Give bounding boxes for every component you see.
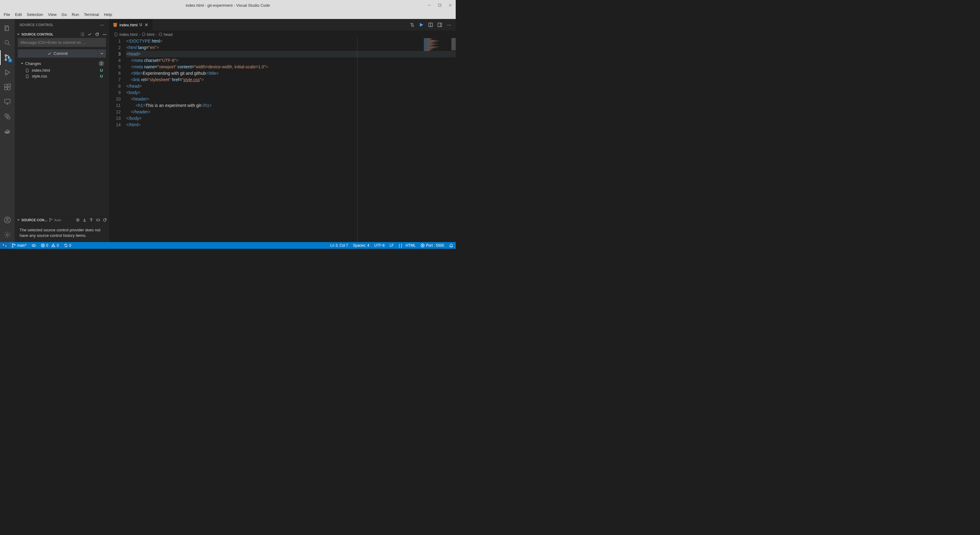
svg-rect-6 — [5, 84, 7, 87]
run-debug-icon[interactable] — [0, 65, 15, 80]
search-icon[interactable] — [0, 35, 15, 50]
status-problems[interactable]: 0 0 — [38, 242, 61, 249]
window-controls — [426, 2, 453, 8]
titlebar: index.html - git-experiment - Visual Stu… — [0, 0, 456, 10]
svg-point-1 — [5, 40, 9, 44]
status-cursor[interactable]: Ln 3, Col 7 — [328, 242, 350, 249]
source-control-icon[interactable]: 2 — [0, 50, 15, 65]
status-encoding[interactable]: UTF-8 — [372, 242, 387, 249]
status-live-server[interactable]: Port : 5500 — [418, 242, 447, 249]
crumb-head: head — [164, 32, 173, 37]
svg-rect-8 — [8, 88, 10, 90]
file-icon — [25, 68, 30, 73]
svg-rect-9 — [8, 84, 10, 86]
more-icon[interactable]: ⋯ — [100, 23, 104, 27]
chevron-down-icon — [20, 62, 24, 65]
menu-go[interactable]: Go — [59, 11, 69, 18]
chevron-right-icon: › — [139, 32, 140, 37]
commit-dropdown-button[interactable] — [97, 49, 106, 57]
code-editor[interactable]: 1234567891011121314 <!DOCTYPE html><html… — [109, 38, 456, 242]
menu-file[interactable]: File — [1, 11, 13, 18]
sidebar-title-text: SOURCE CONTROL — [20, 23, 54, 27]
html-file-icon — [113, 22, 118, 27]
code-content[interactable]: <!DOCTYPE html><html lang="en"><head> <m… — [126, 38, 456, 242]
compare-changes-icon[interactable] — [409, 22, 415, 28]
braces-icon: { } — [399, 243, 402, 248]
chevron-down-icon — [16, 218, 20, 222]
extensions-icon[interactable] — [0, 80, 15, 94]
graph-auto-label: Auto — [54, 218, 62, 222]
accounts-icon[interactable] — [0, 213, 15, 228]
ports-icon[interactable] — [0, 109, 15, 124]
docker-icon[interactable] — [0, 124, 15, 139]
chevron-down-icon — [16, 32, 20, 36]
vertical-scrollbar[interactable] — [452, 38, 456, 242]
line-numbers: 1234567891011121314 — [109, 38, 126, 242]
file-row[interactable]: index.htmlU — [18, 67, 106, 73]
menu-help[interactable]: Help — [101, 11, 115, 18]
svg-point-5 — [5, 73, 7, 75]
svg-rect-11 — [5, 114, 7, 116]
chevron-right-icon: › — [156, 32, 157, 37]
svg-point-15 — [6, 234, 8, 236]
run-active-file-icon[interactable] — [418, 22, 425, 28]
crumb-file: index.html — [119, 32, 137, 37]
menu-terminal[interactable]: Terminal — [81, 11, 101, 18]
cloud-icon[interactable] — [95, 218, 100, 222]
pull-icon[interactable] — [82, 218, 87, 222]
breadcrumbs[interactable]: index.html › html › head — [109, 31, 456, 38]
minimize-icon[interactable] — [426, 2, 433, 8]
activitybar: 2 — [0, 19, 15, 242]
scm-graph-label: SOURCE CON… — [21, 218, 48, 222]
symbol-icon — [142, 32, 146, 37]
refresh-icon[interactable] — [102, 218, 107, 222]
more-icon[interactable]: ⋯ — [446, 22, 452, 28]
close-icon[interactable] — [144, 23, 149, 27]
scm-panel-header[interactable]: SOURCE CONTROL ⋯ — [15, 31, 109, 38]
status-language[interactable]: { } HTML — [396, 242, 418, 249]
changes-count-badge: 2 — [99, 61, 104, 66]
status-notifications[interactable] — [447, 242, 456, 249]
status-ports[interactable]: 0 — [61, 242, 74, 249]
file-icon — [25, 74, 30, 78]
menu-edit[interactable]: Edit — [13, 11, 24, 18]
remote-explorer-icon[interactable] — [0, 94, 15, 109]
menubar: File Edit Selection View Go Run Terminal… — [0, 10, 456, 19]
svg-rect-7 — [5, 88, 7, 90]
remote-indicator[interactable] — [0, 242, 9, 249]
refresh-icon[interactable] — [94, 32, 100, 37]
status-eol[interactable]: LF — [387, 242, 396, 249]
toggle-layout-icon[interactable] — [437, 22, 443, 28]
push-icon[interactable] — [89, 218, 94, 222]
target-icon[interactable] — [75, 218, 80, 222]
status-spaces[interactable]: Spaces: 4 — [351, 242, 372, 249]
split-editor-icon[interactable] — [428, 22, 434, 28]
view-as-tree-icon[interactable] — [80, 32, 85, 37]
commit-button[interactable]: Commit — [18, 49, 97, 57]
settings-icon[interactable] — [0, 228, 15, 242]
scm-graph-header[interactable]: SOURCE CON… Auto — [15, 217, 109, 224]
symbol-icon — [158, 32, 162, 37]
minimap[interactable] — [424, 38, 452, 242]
commit-message-input[interactable] — [18, 38, 106, 47]
tab-status: U — [139, 23, 142, 27]
window-title: index.html - git-experiment - Visual Stu… — [186, 3, 270, 8]
tab-label: index.html — [119, 23, 137, 27]
maximize-icon[interactable] — [437, 2, 443, 8]
menu-view[interactable]: View — [46, 11, 59, 18]
svg-point-14 — [6, 218, 8, 220]
commit-check-icon[interactable] — [87, 32, 92, 37]
menu-selection[interactable]: Selection — [24, 11, 45, 18]
explorer-icon[interactable] — [0, 21, 15, 35]
menu-run[interactable]: Run — [69, 11, 81, 18]
file-row[interactable]: style.cssU — [18, 73, 106, 79]
more-icon[interactable]: ⋯ — [102, 32, 107, 37]
status-sync[interactable] — [29, 242, 38, 249]
svg-point-3 — [5, 59, 7, 61]
status-branch[interactable]: main* — [9, 242, 29, 249]
svg-point-16 — [49, 218, 50, 219]
close-icon[interactable] — [447, 2, 453, 8]
tab-index-html[interactable]: index.html U — [109, 19, 153, 31]
changes-header[interactable]: Changes 2 — [18, 59, 106, 67]
svg-point-17 — [49, 221, 50, 221]
